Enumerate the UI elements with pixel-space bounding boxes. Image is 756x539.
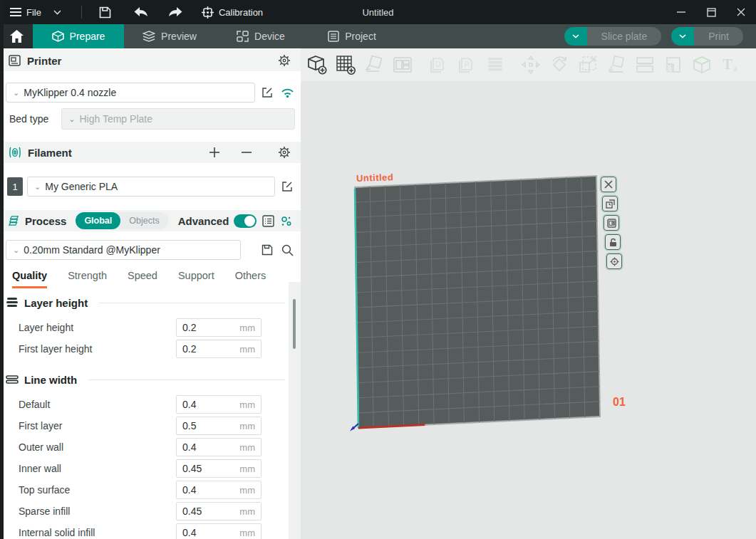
line-width-internal-solid-infill-input[interactable]	[177, 527, 228, 538]
line-width-first-layer-input[interactable]	[177, 420, 228, 431]
home-button[interactable]	[0, 24, 33, 48]
remove-filament-button[interactable]	[239, 145, 254, 160]
maximize-button[interactable]	[696, 0, 726, 24]
print-options-dropdown[interactable]	[671, 27, 694, 46]
printer-preset-select[interactable]: ⌄ MyKlipper 0.4 nozzle	[6, 83, 255, 103]
close-button[interactable]	[726, 0, 756, 24]
viewport-3d[interactable]: O P	[301, 48, 756, 539]
line-width-sparse-infill-input[interactable]	[177, 506, 228, 517]
arrange-plate-button[interactable]	[602, 196, 618, 211]
add-filament-button[interactable]	[207, 145, 222, 160]
print-button[interactable]: Print	[671, 27, 743, 46]
build-plate[interactable]	[301, 48, 756, 539]
group-layer-height: Layer height	[0, 291, 301, 314]
param-input-box: mm	[176, 318, 262, 337]
process-scope-toggle: Global Objects	[76, 212, 167, 229]
unit-label: mm	[239, 464, 261, 474]
line-width-default-input[interactable]	[177, 399, 228, 410]
chevron-down-icon: ⌄	[13, 246, 19, 255]
filament-settings-button[interactable]	[276, 145, 292, 160]
process-preset-value: 0.20mm Standard @MyKlipper	[24, 244, 160, 256]
first-layer-height-input[interactable]	[177, 343, 228, 355]
param-row: Outer wall mm	[0, 436, 301, 458]
save-button[interactable]	[96, 4, 115, 21]
window-left-edge	[0, 0, 4, 539]
wifi-icon	[281, 88, 294, 98]
slice-plate-button[interactable]: Slice plate	[564, 27, 662, 46]
tabbar-spacer	[398, 24, 564, 48]
tab-speed[interactable]: Speed	[128, 270, 157, 288]
calibration-button[interactable]: Calibration	[202, 6, 263, 19]
parameter-wizard-button[interactable]	[279, 213, 292, 229]
file-menu-dropdown[interactable]	[48, 4, 67, 21]
group-title: Line width	[24, 374, 77, 386]
param-row: Default mm	[0, 394, 301, 415]
param-input-box: mm	[176, 417, 262, 435]
layout-icon	[607, 219, 616, 228]
plus-icon	[209, 147, 219, 157]
advanced-toggle[interactable]	[234, 214, 257, 228]
plate-layout-button[interactable]	[604, 215, 619, 231]
tab-prepare[interactable]: Prepare	[33, 24, 124, 48]
param-row: Top surface mm	[0, 479, 301, 501]
advanced-label: Advanced	[178, 215, 229, 227]
group-line-width: Line width	[0, 368, 301, 391]
chevron-down-icon: ⌄	[68, 115, 75, 124]
search-settings-button[interactable]	[279, 242, 295, 258]
slice-options-dropdown[interactable]	[564, 27, 587, 46]
unit-label: mm	[239, 399, 261, 410]
unit-label: mm	[239, 323, 261, 333]
sidebar-scrollbar[interactable]	[289, 282, 301, 539]
process-preset-select[interactable]: ⌄ 0.20mm Standard @MyKlipper	[6, 240, 241, 260]
device-icon	[237, 31, 249, 42]
scope-objects-button[interactable]: Objects	[120, 212, 167, 229]
param-row: Sparse infill mm	[0, 501, 301, 522]
line-width-outer-wall-input[interactable]	[177, 441, 228, 453]
group-divider	[99, 303, 285, 303]
tab-project[interactable]: Project	[306, 24, 398, 48]
param-input-box: mm	[176, 459, 262, 478]
undo-icon	[134, 7, 148, 18]
plate-settings-button[interactable]	[606, 253, 622, 269]
edit-printer-button[interactable]	[259, 85, 275, 100]
tab-project-label: Project	[345, 31, 376, 42]
param-label: Top surface	[19, 484, 70, 496]
printer-settings-button[interactable]	[276, 53, 292, 68]
tab-others[interactable]: Others	[235, 270, 266, 288]
filament-icon	[9, 147, 21, 158]
tab-device[interactable]: Device	[215, 24, 306, 48]
tab-quality[interactable]: Quality	[12, 270, 47, 288]
tab-device-label: Device	[254, 31, 285, 42]
printer-preset-value: MyKlipper 0.4 nozzle	[24, 87, 116, 98]
printer-section-header: Printer	[0, 50, 301, 71]
undo-button[interactable]	[132, 4, 150, 21]
layer-height-input[interactable]	[177, 322, 228, 333]
bed-type-label: Bed type	[9, 113, 48, 125]
lock-plate-button[interactable]	[605, 234, 621, 250]
line-width-icon	[6, 375, 19, 384]
bed-type-select[interactable]: ⌄ High Temp Plate	[61, 108, 295, 130]
scope-global-button[interactable]: Global	[76, 212, 120, 229]
line-width-inner-wall-input[interactable]	[177, 463, 228, 474]
redo-button[interactable]	[166, 4, 185, 21]
tab-preview[interactable]: Preview	[124, 24, 215, 48]
plate-name-label[interactable]: Untitled	[356, 172, 394, 184]
param-label: Internal solid infill	[19, 527, 95, 538]
delete-plate-button[interactable]	[601, 177, 616, 192]
edit-filament-button[interactable]	[279, 179, 295, 194]
scrollbar-thumb[interactable]	[293, 299, 296, 349]
line-width-top-surface-input[interactable]	[177, 484, 228, 496]
tab-support[interactable]: Support	[178, 270, 214, 288]
filament-preset-select[interactable]: ⌄ My Generic PLA	[27, 177, 275, 197]
unit-label: mm	[239, 344, 261, 355]
parameter-table-button[interactable]	[262, 213, 274, 229]
tab-strength[interactable]: Strength	[68, 270, 107, 288]
printer-connection-button[interactable]	[279, 85, 295, 100]
param-label: First layer	[19, 420, 62, 431]
calibration-icon	[202, 6, 214, 19]
minimize-button[interactable]	[666, 0, 696, 24]
plate-tools	[601, 177, 622, 269]
file-menu[interactable]: File	[10, 7, 41, 18]
parameter-tabs: Quality Strength Speed Support Others	[0, 260, 301, 288]
save-preset-button[interactable]	[259, 242, 275, 258]
